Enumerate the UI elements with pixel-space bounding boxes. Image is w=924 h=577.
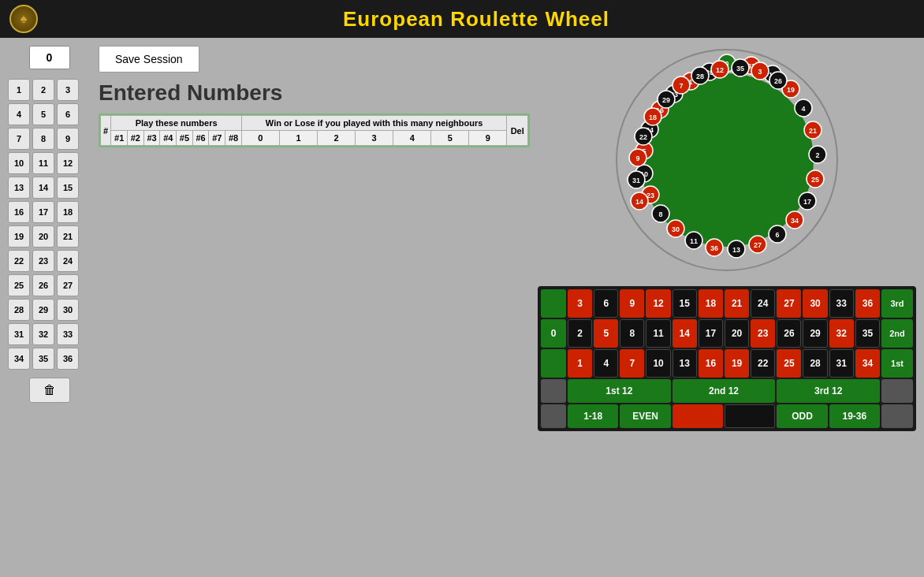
num-btn-35[interactable]: 35 <box>32 348 54 370</box>
bet-zero-spacer2 <box>541 349 566 378</box>
bet-35[interactable]: 35 <box>855 319 880 348</box>
num-btn-31[interactable]: 31 <box>8 323 30 345</box>
num-btn-34[interactable]: 34 <box>8 348 30 370</box>
num-btn-36[interactable]: 36 <box>57 348 79 370</box>
num-btn-22[interactable]: 22 <box>8 250 30 272</box>
bet-2[interactable]: 2 <box>568 319 592 348</box>
bet-16[interactable]: 16 <box>699 349 723 378</box>
num-btn-10[interactable]: 10 <box>8 152 30 174</box>
num-btn-17[interactable]: 17 <box>32 201 54 223</box>
bet-19-36[interactable]: 19-36 <box>829 404 880 428</box>
num-btn-24[interactable]: 24 <box>57 250 79 272</box>
bet-12[interactable]: 12 <box>646 289 670 318</box>
bet-odd[interactable]: ODD <box>777 404 827 428</box>
num-btn-32[interactable]: 32 <box>32 323 54 345</box>
num-btn-33[interactable]: 33 <box>57 323 79 345</box>
num-btn-5[interactable]: 5 <box>32 103 54 125</box>
number-pad: 1 2 3 4 5 6 7 8 9 10 11 12 13 14 15 16 1… <box>8 79 91 370</box>
section-title: Entered Numbers <box>99 80 530 106</box>
bet-26[interactable]: 26 <box>777 319 801 348</box>
num-btn-25[interactable]: 25 <box>8 274 30 296</box>
num-btn-4[interactable]: 4 <box>8 103 30 125</box>
bet-2nd-label[interactable]: 2nd <box>881 319 913 348</box>
bet-4[interactable]: 4 <box>594 349 618 378</box>
bet-6[interactable]: 6 <box>594 289 618 318</box>
bet-30[interactable]: 30 <box>803 289 827 318</box>
num-btn-21[interactable]: 21 <box>57 225 79 248</box>
bet-18[interactable]: 18 <box>699 289 723 318</box>
bet-31[interactable]: 31 <box>829 349 854 378</box>
bet-19[interactable]: 19 <box>725 349 749 378</box>
num-btn-20[interactable]: 20 <box>32 225 54 248</box>
num-btn-8[interactable]: 8 <box>32 128 54 150</box>
bet-3rd-label[interactable]: 3rd <box>881 289 913 318</box>
bet-36[interactable]: 36 <box>855 289 880 318</box>
bet-25[interactable]: 25 <box>777 349 801 378</box>
num-btn-16[interactable]: 16 <box>8 201 30 223</box>
delete-button[interactable]: 🗑 <box>29 378 70 403</box>
num-btn-15[interactable]: 15 <box>57 177 79 199</box>
bet-1-18[interactable]: 1-18 <box>568 404 618 428</box>
bet-11[interactable]: 11 <box>646 319 670 348</box>
bet-1[interactable]: 1 <box>568 349 592 378</box>
bet-20[interactable]: 20 <box>725 319 749 348</box>
num-btn-7[interactable]: 7 <box>8 128 30 150</box>
bet-14[interactable]: 14 <box>673 319 697 348</box>
col-header-num: # <box>101 116 111 146</box>
bet-8[interactable]: 8 <box>620 319 644 348</box>
bet-3[interactable]: 3 <box>568 289 592 318</box>
bet-zero[interactable]: 0 <box>541 319 566 348</box>
bet-28[interactable]: 28 <box>803 349 827 378</box>
num-btn-19[interactable]: 19 <box>8 225 30 248</box>
svg-text:34: 34 <box>791 217 799 225</box>
num-btn-11[interactable]: 11 <box>32 152 54 174</box>
bet-29[interactable]: 29 <box>803 319 827 348</box>
bet-13[interactable]: 13 <box>673 349 697 378</box>
bet-5[interactable]: 5 <box>594 319 618 348</box>
bet-1st-label[interactable]: 1st <box>881 349 913 378</box>
bet-33[interactable]: 33 <box>829 289 854 318</box>
col-sub-n3: 3 <box>356 131 393 146</box>
num-btn-1[interactable]: 1 <box>8 79 30 101</box>
bet-even[interactable]: EVEN <box>620 404 670 428</box>
num-btn-23[interactable]: 23 <box>32 250 54 272</box>
num-btn-28[interactable]: 28 <box>8 299 30 321</box>
bet-34[interactable]: 34 <box>855 349 880 378</box>
bet-27[interactable]: 27 <box>777 289 801 318</box>
bet-23[interactable]: 23 <box>751 319 775 348</box>
bet-2nd-12[interactable]: 2nd 12 <box>673 379 776 403</box>
num-btn-18[interactable]: 18 <box>57 201 79 223</box>
main-content: 0 1 2 3 4 5 6 7 8 9 10 11 12 13 14 15 16… <box>0 38 924 439</box>
bet-21[interactable]: 21 <box>725 289 749 318</box>
num-btn-2[interactable]: 2 <box>32 79 54 101</box>
bet-32[interactable]: 32 <box>829 319 854 348</box>
dozen-spacer2 <box>881 379 913 403</box>
bet-22[interactable]: 22 <box>751 349 775 378</box>
svg-text:35: 35 <box>736 65 744 73</box>
bet-17[interactable]: 17 <box>699 319 723 348</box>
num-btn-30[interactable]: 30 <box>57 299 79 321</box>
num-btn-14[interactable]: 14 <box>32 177 54 199</box>
num-btn-27[interactable]: 27 <box>57 274 79 296</box>
bet-24[interactable]: 24 <box>751 289 775 318</box>
bet-15[interactable]: 15 <box>673 289 697 318</box>
bet-red[interactable] <box>673 404 723 428</box>
bet-1st-12[interactable]: 1st 12 <box>568 379 671 403</box>
num-btn-12[interactable]: 12 <box>57 152 79 174</box>
col-sub-n0: 0 <box>241 131 279 146</box>
bottom-spacer <box>541 404 566 428</box>
num-btn-13[interactable]: 13 <box>8 177 30 199</box>
app-logo: ♠ <box>9 5 38 33</box>
num-btn-6[interactable]: 6 <box>57 103 79 125</box>
col-sub-5: #5 <box>177 131 193 146</box>
bet-10[interactable]: 10 <box>646 349 670 378</box>
num-btn-3[interactable]: 3 <box>57 79 79 101</box>
bet-black[interactable] <box>725 404 775 428</box>
bet-3rd-12[interactable]: 3rd 12 <box>777 379 880 403</box>
num-btn-26[interactable]: 26 <box>32 274 54 296</box>
num-btn-9[interactable]: 9 <box>57 128 79 150</box>
bet-7[interactable]: 7 <box>620 349 644 378</box>
num-btn-29[interactable]: 29 <box>32 299 54 321</box>
bet-9[interactable]: 9 <box>620 289 644 318</box>
save-session-button[interactable]: Save Session <box>99 46 199 73</box>
